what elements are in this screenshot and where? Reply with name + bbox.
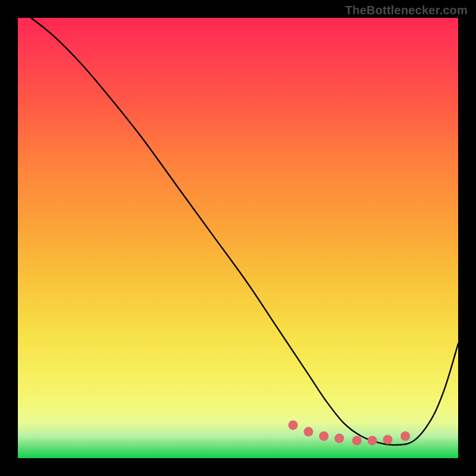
highlight-dot	[319, 431, 328, 441]
bottleneck-curve	[31, 18, 458, 445]
highlight-dots	[289, 421, 411, 446]
attribution-label: TheBottlenecker.com	[345, 4, 468, 17]
highlight-dot	[400, 431, 410, 441]
highlight-dot	[352, 436, 362, 445]
highlight-dot	[383, 435, 393, 444]
highlight-dot	[368, 436, 377, 445]
chart-svg	[18, 18, 458, 458]
highlight-dot	[289, 421, 298, 430]
highlight-dot	[303, 427, 313, 437]
bottleneck-chart	[18, 18, 458, 458]
highlight-dot	[334, 434, 344, 443]
